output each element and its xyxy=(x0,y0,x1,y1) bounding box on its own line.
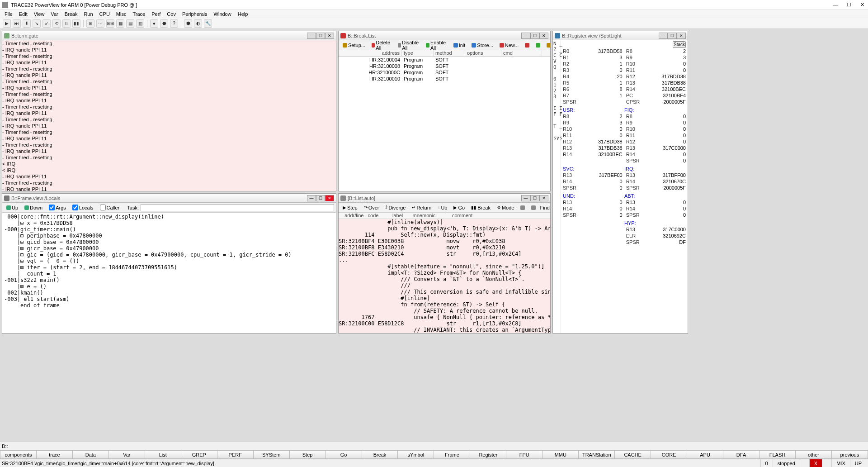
register-cell[interactable]: SPSR xyxy=(626,239,640,245)
bottom-step-button[interactable]: Step xyxy=(289,450,326,459)
go-button[interactable]: ▶Go xyxy=(451,204,467,211)
toolbar-button-21[interactable]: ◐ xyxy=(194,19,202,28)
minimize-button[interactable]: — xyxy=(831,2,840,8)
return-button[interactable]: ↵Return xyxy=(410,204,434,211)
toolbar-button-4[interactable]: ↙ xyxy=(42,19,51,28)
up-button[interactable]: Up xyxy=(4,204,20,211)
delete-allbutton[interactable]: Delete All xyxy=(369,39,394,52)
break-icon-button-1[interactable] xyxy=(533,42,542,48)
break-icon-button-2[interactable] xyxy=(544,42,551,48)
register-cell[interactable]: PC xyxy=(626,92,640,99)
list-icon-button-0[interactable] xyxy=(518,205,527,211)
break-cell-address[interactable]: HR:32100010 xyxy=(339,76,402,82)
bottom-data-button[interactable]: Data xyxy=(72,450,108,459)
pane-close-button[interactable]: ✕ xyxy=(677,33,686,39)
register-cell[interactable]: 0 xyxy=(643,205,686,212)
register-cell[interactable]: 0 xyxy=(580,132,623,138)
register-cell[interactable]: R1 xyxy=(563,54,576,61)
toolbar-button-2[interactable]: ⬇ xyxy=(23,19,31,28)
break-icon-button-0[interactable] xyxy=(523,42,532,48)
break-cell-method[interactable]: SOFT xyxy=(434,69,465,76)
register-cell[interactable]: R12 xyxy=(626,73,640,80)
break-cell-type[interactable]: Program xyxy=(402,63,434,69)
bottom-fpu-button[interactable]: FPU xyxy=(506,450,542,459)
register-cell[interactable]: 0 xyxy=(580,205,623,212)
stack-button[interactable]: Stack xyxy=(673,41,686,48)
disable-allbutton[interactable]: Disable All xyxy=(396,39,422,52)
register-cell[interactable]: SPSR xyxy=(626,185,640,191)
register-cell[interactable]: R9 xyxy=(626,119,640,126)
toolbar-button-22[interactable]: 🔧 xyxy=(204,19,212,28)
register-cell[interactable]: ELR xyxy=(626,233,640,239)
register-cell[interactable]: R11 xyxy=(626,132,640,138)
register-cell[interactable]: 1 xyxy=(580,92,623,99)
toolbar-button-9[interactable]: ⊞ xyxy=(86,19,94,28)
menu-break[interactable]: Break xyxy=(62,11,80,17)
register-cell[interactable] xyxy=(563,157,576,164)
register-cell[interactable] xyxy=(563,239,576,245)
register-cell[interactable]: SPSR xyxy=(563,99,576,105)
toolbar-button-7[interactable]: ▮▮ xyxy=(72,19,80,28)
register-cell[interactable]: R12 xyxy=(626,138,640,145)
toolbar-button-20[interactable]: ⬢ xyxy=(184,19,192,28)
menu-trace[interactable]: Trace xyxy=(130,11,148,17)
break-table-body[interactable]: HR:32100004ProgramSOFTHR:32100008Program… xyxy=(339,57,550,191)
register-cell[interactable] xyxy=(563,233,576,239)
register-cell[interactable]: 317BDD38 xyxy=(580,138,623,145)
register-cell[interactable]: 3210670C xyxy=(643,178,686,185)
register-cell[interactable] xyxy=(580,226,623,233)
bottom-list-button[interactable]: List xyxy=(145,450,181,459)
break-cell-address[interactable]: HR:32100004 xyxy=(339,57,402,63)
bottom-perf-button[interactable]: PERF xyxy=(217,450,253,459)
bottom-trace-button[interactable]: trace xyxy=(36,450,72,459)
initbutton[interactable]: Init xyxy=(451,42,468,49)
register-cell[interactable]: 0 xyxy=(643,151,686,157)
register-cell[interactable]: R3 xyxy=(563,67,576,73)
register-cell[interactable]: 0 xyxy=(580,67,623,73)
register-cell[interactable]: 2 xyxy=(643,48,686,54)
new-button[interactable]: New... xyxy=(497,42,521,49)
setup-button[interactable]: Setup... xyxy=(340,42,368,49)
register-cell[interactable]: SPSR xyxy=(626,212,640,218)
register-cell[interactable]: 3 xyxy=(643,54,686,61)
close-button[interactable]: ✕ xyxy=(859,2,866,8)
pane-maximize-button[interactable]: ☐ xyxy=(316,195,325,201)
bottom-flash-button[interactable]: FLASH xyxy=(759,450,795,459)
menu-file[interactable]: File xyxy=(2,11,15,17)
pane-minimize-button[interactable]: — xyxy=(307,33,316,39)
pane-minimize-button[interactable]: — xyxy=(521,33,530,39)
register-cell[interactable]: SPSR xyxy=(626,157,640,164)
register-cell[interactable]: 20 xyxy=(580,73,623,80)
register-cell[interactable]: 3210692C xyxy=(643,233,686,239)
register-cell[interactable]: R7 xyxy=(563,92,576,99)
task-input[interactable] xyxy=(141,204,334,211)
register-cell[interactable]: 3 xyxy=(580,119,623,126)
toolbar-button-13[interactable]: ▤ xyxy=(126,19,134,28)
register-cell[interactable]: R12 xyxy=(563,138,576,145)
toolbar-button-14[interactable]: ▥ xyxy=(136,19,144,28)
bottom-var-button[interactable]: Var xyxy=(108,450,145,459)
store-button[interactable]: Store... xyxy=(469,42,495,49)
up-button[interactable]: ↑Up xyxy=(435,204,449,211)
register-cell[interactable]: DF xyxy=(643,239,686,245)
menu-cov[interactable]: Cov xyxy=(164,11,179,17)
menu-window[interactable]: Window xyxy=(211,11,234,17)
register-cell[interactable]: R13 xyxy=(626,80,640,86)
terminal-output[interactable]: - Timer fired - resetting- IRQ handle PP… xyxy=(2,40,336,191)
step-button[interactable]: ▶Step xyxy=(340,204,360,211)
register-cell[interactable]: 0 xyxy=(643,138,686,145)
register-cell[interactable]: R5 xyxy=(563,80,576,86)
toolbar-button-5[interactable]: ⟲ xyxy=(52,19,61,28)
register-cell[interactable]: R14 xyxy=(626,205,640,212)
register-cell[interactable]: 0 xyxy=(643,113,686,119)
register-cell[interactable] xyxy=(580,233,623,239)
command-bar[interactable]: B:: xyxy=(0,442,868,450)
bottom-break-button[interactable]: Break xyxy=(362,450,398,459)
register-cell[interactable]: 3 xyxy=(580,54,623,61)
bottom-dfa-button[interactable]: DFA xyxy=(723,450,759,459)
break-cell-type[interactable]: Program xyxy=(402,69,434,76)
register-cell[interactable]: R10 xyxy=(563,126,576,132)
break-button[interactable]: ▮▮Break xyxy=(469,204,493,211)
break-cell-options[interactable] xyxy=(465,57,501,63)
register-cell[interactable] xyxy=(580,239,623,245)
